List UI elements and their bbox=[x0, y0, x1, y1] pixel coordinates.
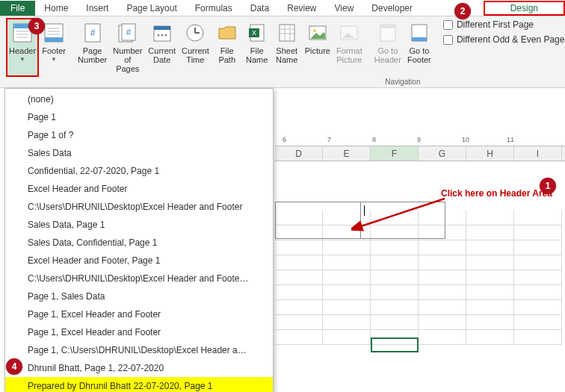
different-first-page-checkbox[interactable]: Different First Page bbox=[443, 19, 565, 30]
goto-footer-icon bbox=[407, 21, 431, 45]
dd-item[interactable]: Excel Header and Footer bbox=[5, 180, 273, 198]
current-date-label: Current Date bbox=[148, 46, 176, 64]
format-picture-label: Format Picture bbox=[336, 46, 362, 64]
column-headers: D E F G H I bbox=[275, 146, 565, 161]
goto-header-button: Go to Header bbox=[371, 18, 404, 77]
tab-formulas[interactable]: Formulas bbox=[186, 1, 241, 16]
group-navigation: Go to Header Go to Footer Navigation bbox=[368, 18, 437, 87]
svg-text:#: # bbox=[90, 28, 95, 38]
svg-point-19 bbox=[164, 34, 167, 37]
ruler-tick: 8 bbox=[372, 136, 376, 143]
ribbon: Header ▼ Footer ▼ # Page Number # Number… bbox=[0, 16, 565, 88]
picture-label: Picture bbox=[305, 46, 330, 55]
dd-item[interactable]: Page 1, Excel Header and Footer bbox=[5, 305, 273, 323]
current-time-button[interactable]: Current Time bbox=[179, 18, 212, 77]
svg-rect-6 bbox=[45, 37, 63, 42]
number-of-pages-icon: # bbox=[116, 21, 140, 45]
svg-line-38 bbox=[359, 199, 445, 227]
tab-review[interactable]: Review bbox=[278, 1, 325, 16]
checkbox-diff-first[interactable] bbox=[443, 20, 453, 30]
different-odd-even-checkbox[interactable]: Different Odd & Even Pages bbox=[443, 34, 565, 45]
current-time-label: Current Time bbox=[182, 46, 209, 64]
dd-item[interactable]: Page 1, Excel Header and Footer bbox=[5, 323, 273, 341]
svg-text:X: X bbox=[252, 29, 256, 37]
file-name-button[interactable]: X File Name bbox=[242, 18, 272, 77]
dd-item[interactable]: Dhrunil Bhatt, Page 1, 22-07-2020 bbox=[5, 359, 273, 377]
tab-data[interactable]: Data bbox=[241, 1, 278, 16]
svg-point-17 bbox=[157, 34, 159, 37]
column-header[interactable]: E bbox=[323, 146, 371, 161]
format-picture-button: Format Picture bbox=[333, 18, 365, 77]
current-date-button[interactable]: Current Date bbox=[145, 18, 179, 77]
badge-3: 3 bbox=[28, 18, 45, 34]
tab-insert[interactable]: Insert bbox=[77, 1, 117, 16]
annotation-arrow bbox=[351, 196, 448, 233]
goto-header-icon bbox=[376, 21, 400, 45]
tab-design[interactable]: Design bbox=[484, 1, 565, 16]
folder-icon bbox=[215, 21, 239, 45]
dd-item[interactable]: Page 1 of ? bbox=[5, 126, 273, 144]
picture-button[interactable]: Picture bbox=[302, 18, 333, 77]
dd-item[interactable]: C:\Users\DHRUNIL\Desktop\Excel Header an… bbox=[5, 198, 273, 216]
checkbox-diff-odd-even[interactable] bbox=[443, 35, 453, 45]
navigation-group-label: Navigation bbox=[371, 77, 434, 87]
sheet-name-button[interactable]: Sheet Name bbox=[272, 18, 302, 77]
column-header[interactable]: D bbox=[275, 146, 323, 161]
dd-item[interactable]: C:\Users\DHRUNIL\Desktop\Excel Header an… bbox=[5, 270, 273, 287]
svg-rect-37 bbox=[412, 37, 427, 41]
file-path-label: File Path bbox=[215, 46, 239, 64]
svg-point-32 bbox=[313, 29, 316, 32]
sheet-name-label: Sheet Name bbox=[275, 46, 299, 64]
header-button-label: Header bbox=[9, 46, 36, 55]
dd-item-highlighted[interactable]: Prepared by Dhrunil Bhatt 22-07-2020, Pa… bbox=[5, 377, 273, 392]
dd-item[interactable]: Sales Data, Confidential, Page 1 bbox=[5, 234, 273, 252]
diff-odd-even-label: Different Odd & Even Pages bbox=[457, 34, 565, 45]
sheet-icon bbox=[275, 21, 299, 45]
chevron-down-icon: ▼ bbox=[51, 56, 57, 63]
goto-footer-button[interactable]: Go to Footer bbox=[404, 18, 434, 77]
badge-4: 4 bbox=[6, 358, 22, 375]
column-header[interactable]: I bbox=[514, 146, 562, 161]
svg-point-18 bbox=[161, 34, 163, 37]
dd-item[interactable]: Page 1 bbox=[5, 108, 273, 126]
page-number-icon: # bbox=[81, 21, 105, 45]
picture-icon bbox=[306, 21, 330, 45]
dd-item[interactable]: Confidential, 22-07-2020, Page 1 bbox=[5, 162, 273, 180]
clock-icon bbox=[183, 21, 207, 45]
dd-item[interactable]: Excel Header and Footer, Page 1 bbox=[5, 252, 273, 270]
badge-2: 2 bbox=[454, 3, 471, 19]
page-number-button[interactable]: # Page Number bbox=[75, 18, 110, 77]
svg-text:#: # bbox=[126, 28, 132, 37]
dd-item[interactable]: Sales Data, Page 1 bbox=[5, 216, 273, 234]
header-presets-dropdown: (none) Page 1 Page 1 of ? Sales Data Con… bbox=[4, 88, 274, 392]
tab-view[interactable]: View bbox=[326, 1, 363, 16]
number-of-pages-button[interactable]: # Number of Pages bbox=[110, 18, 145, 77]
dd-item[interactable]: (none) bbox=[5, 90, 273, 108]
format-picture-icon bbox=[337, 21, 361, 45]
group-elements: # Page Number # Number of Pages Current … bbox=[72, 18, 368, 87]
chevron-down-icon: ▼ bbox=[19, 56, 25, 63]
tab-home[interactable]: Home bbox=[35, 1, 77, 16]
column-header[interactable]: H bbox=[466, 146, 514, 161]
dd-item[interactable]: Page 1, C:\Users\DHRUNIL\Desktop\Excel H… bbox=[5, 341, 273, 359]
dd-item[interactable]: Page 1, Sales Data bbox=[5, 287, 273, 305]
ruler-tick: 7 bbox=[327, 136, 331, 143]
file-path-button[interactable]: File Path bbox=[212, 18, 242, 77]
calendar-icon bbox=[150, 21, 174, 45]
badge-1: 1 bbox=[540, 178, 556, 194]
excel-file-icon: X bbox=[245, 21, 269, 45]
goto-header-label: Go to Header bbox=[374, 46, 401, 64]
column-header[interactable]: G bbox=[419, 146, 466, 161]
ruler-tick: 9 bbox=[417, 136, 421, 143]
ruler-tick: 11 bbox=[507, 136, 514, 143]
tab-file[interactable]: File bbox=[0, 1, 35, 16]
column-header[interactable]: F bbox=[371, 146, 419, 161]
goto-footer-label: Go to Footer bbox=[407, 46, 431, 64]
diff-first-label: Different First Page bbox=[457, 19, 534, 30]
dd-item[interactable]: Sales Data bbox=[5, 144, 273, 162]
header-left-segment[interactable] bbox=[276, 202, 361, 238]
file-name-label: File Name bbox=[245, 46, 269, 64]
worksheet-area: 6 7 8 9 10 11 D E F G H I bbox=[275, 134, 565, 392]
tab-developer[interactable]: Developer bbox=[362, 1, 422, 16]
tab-page-layout[interactable]: Page Layout bbox=[117, 1, 185, 16]
